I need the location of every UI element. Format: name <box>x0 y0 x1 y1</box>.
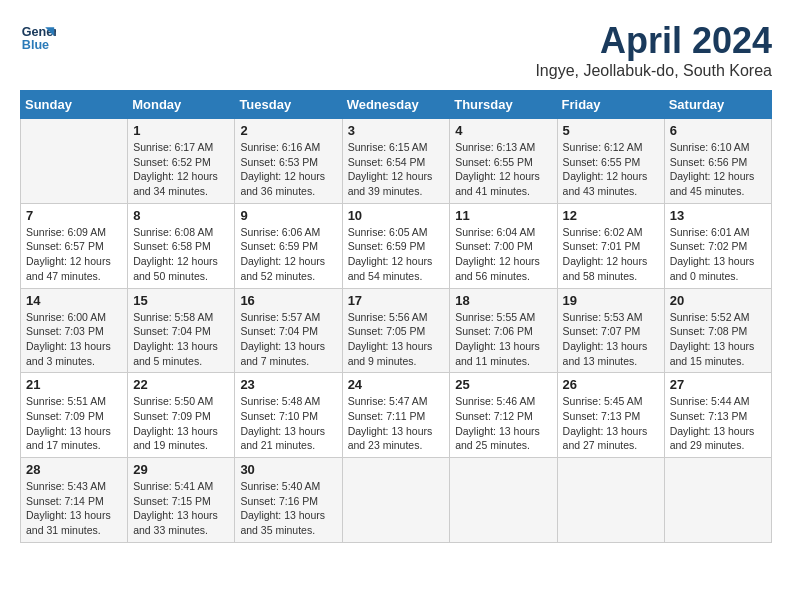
day-number: 19 <box>563 293 659 308</box>
day-number: 23 <box>240 377 336 392</box>
day-info: Sunrise: 5:57 AM Sunset: 7:04 PM Dayligh… <box>240 310 336 369</box>
day-number: 22 <box>133 377 229 392</box>
day-number: 1 <box>133 123 229 138</box>
day-number: 20 <box>670 293 766 308</box>
day-number: 29 <box>133 462 229 477</box>
calendar-cell: 11Sunrise: 6:04 AM Sunset: 7:00 PM Dayli… <box>450 203 557 288</box>
calendar-cell: 3Sunrise: 6:15 AM Sunset: 6:54 PM Daylig… <box>342 119 450 204</box>
calendar-cell: 15Sunrise: 5:58 AM Sunset: 7:04 PM Dayli… <box>128 288 235 373</box>
day-info: Sunrise: 6:15 AM Sunset: 6:54 PM Dayligh… <box>348 140 445 199</box>
day-number: 25 <box>455 377 551 392</box>
day-info: Sunrise: 5:52 AM Sunset: 7:08 PM Dayligh… <box>670 310 766 369</box>
weekday-header-tuesday: Tuesday <box>235 91 342 119</box>
calendar-cell: 18Sunrise: 5:55 AM Sunset: 7:06 PM Dayli… <box>450 288 557 373</box>
header: General Blue April 2024 Ingye, Jeollabuk… <box>20 20 772 80</box>
day-info: Sunrise: 5:41 AM Sunset: 7:15 PM Dayligh… <box>133 479 229 538</box>
day-number: 10 <box>348 208 445 223</box>
logo-icon: General Blue <box>20 20 56 56</box>
day-info: Sunrise: 6:05 AM Sunset: 6:59 PM Dayligh… <box>348 225 445 284</box>
weekday-header-wednesday: Wednesday <box>342 91 450 119</box>
day-info: Sunrise: 5:56 AM Sunset: 7:05 PM Dayligh… <box>348 310 445 369</box>
calendar-cell: 28Sunrise: 5:43 AM Sunset: 7:14 PM Dayli… <box>21 458 128 543</box>
day-number: 7 <box>26 208 122 223</box>
weekday-header-monday: Monday <box>128 91 235 119</box>
day-info: Sunrise: 6:09 AM Sunset: 6:57 PM Dayligh… <box>26 225 122 284</box>
day-number: 6 <box>670 123 766 138</box>
title-section: April 2024 Ingye, Jeollabuk-do, South Ko… <box>535 20 772 80</box>
day-info: Sunrise: 5:53 AM Sunset: 7:07 PM Dayligh… <box>563 310 659 369</box>
day-info: Sunrise: 6:06 AM Sunset: 6:59 PM Dayligh… <box>240 225 336 284</box>
day-info: Sunrise: 5:58 AM Sunset: 7:04 PM Dayligh… <box>133 310 229 369</box>
day-info: Sunrise: 5:48 AM Sunset: 7:10 PM Dayligh… <box>240 394 336 453</box>
day-info: Sunrise: 6:17 AM Sunset: 6:52 PM Dayligh… <box>133 140 229 199</box>
day-number: 15 <box>133 293 229 308</box>
calendar-cell: 19Sunrise: 5:53 AM Sunset: 7:07 PM Dayli… <box>557 288 664 373</box>
subtitle: Ingye, Jeollabuk-do, South Korea <box>535 62 772 80</box>
calendar-cell <box>557 458 664 543</box>
calendar-cell: 8Sunrise: 6:08 AM Sunset: 6:58 PM Daylig… <box>128 203 235 288</box>
day-number: 8 <box>133 208 229 223</box>
weekday-header-friday: Friday <box>557 91 664 119</box>
svg-text:Blue: Blue <box>22 38 49 52</box>
day-number: 16 <box>240 293 336 308</box>
day-info: Sunrise: 6:12 AM Sunset: 6:55 PM Dayligh… <box>563 140 659 199</box>
day-number: 26 <box>563 377 659 392</box>
calendar-cell: 22Sunrise: 5:50 AM Sunset: 7:09 PM Dayli… <box>128 373 235 458</box>
day-info: Sunrise: 6:10 AM Sunset: 6:56 PM Dayligh… <box>670 140 766 199</box>
calendar-cell: 4Sunrise: 6:13 AM Sunset: 6:55 PM Daylig… <box>450 119 557 204</box>
weekday-header-thursday: Thursday <box>450 91 557 119</box>
calendar-table: SundayMondayTuesdayWednesdayThursdayFrid… <box>20 90 772 543</box>
calendar-cell: 1Sunrise: 6:17 AM Sunset: 6:52 PM Daylig… <box>128 119 235 204</box>
calendar-cell: 2Sunrise: 6:16 AM Sunset: 6:53 PM Daylig… <box>235 119 342 204</box>
calendar-cell: 16Sunrise: 5:57 AM Sunset: 7:04 PM Dayli… <box>235 288 342 373</box>
day-info: Sunrise: 5:51 AM Sunset: 7:09 PM Dayligh… <box>26 394 122 453</box>
day-info: Sunrise: 5:50 AM Sunset: 7:09 PM Dayligh… <box>133 394 229 453</box>
calendar-cell: 24Sunrise: 5:47 AM Sunset: 7:11 PM Dayli… <box>342 373 450 458</box>
main-title: April 2024 <box>535 20 772 62</box>
calendar-cell: 14Sunrise: 6:00 AM Sunset: 7:03 PM Dayli… <box>21 288 128 373</box>
day-info: Sunrise: 5:44 AM Sunset: 7:13 PM Dayligh… <box>670 394 766 453</box>
calendar-cell: 6Sunrise: 6:10 AM Sunset: 6:56 PM Daylig… <box>664 119 771 204</box>
day-number: 30 <box>240 462 336 477</box>
day-number: 3 <box>348 123 445 138</box>
day-number: 5 <box>563 123 659 138</box>
calendar-cell: 5Sunrise: 6:12 AM Sunset: 6:55 PM Daylig… <box>557 119 664 204</box>
calendar-cell <box>664 458 771 543</box>
day-number: 9 <box>240 208 336 223</box>
day-info: Sunrise: 6:04 AM Sunset: 7:00 PM Dayligh… <box>455 225 551 284</box>
day-info: Sunrise: 5:45 AM Sunset: 7:13 PM Dayligh… <box>563 394 659 453</box>
calendar-cell: 20Sunrise: 5:52 AM Sunset: 7:08 PM Dayli… <box>664 288 771 373</box>
calendar-cell: 29Sunrise: 5:41 AM Sunset: 7:15 PM Dayli… <box>128 458 235 543</box>
day-info: Sunrise: 5:46 AM Sunset: 7:12 PM Dayligh… <box>455 394 551 453</box>
calendar-cell: 25Sunrise: 5:46 AM Sunset: 7:12 PM Dayli… <box>450 373 557 458</box>
day-number: 12 <box>563 208 659 223</box>
calendar-cell: 7Sunrise: 6:09 AM Sunset: 6:57 PM Daylig… <box>21 203 128 288</box>
calendar-cell: 27Sunrise: 5:44 AM Sunset: 7:13 PM Dayli… <box>664 373 771 458</box>
calendar-cell <box>21 119 128 204</box>
weekday-header-sunday: Sunday <box>21 91 128 119</box>
calendar-cell: 12Sunrise: 6:02 AM Sunset: 7:01 PM Dayli… <box>557 203 664 288</box>
day-info: Sunrise: 6:02 AM Sunset: 7:01 PM Dayligh… <box>563 225 659 284</box>
day-number: 2 <box>240 123 336 138</box>
day-info: Sunrise: 6:13 AM Sunset: 6:55 PM Dayligh… <box>455 140 551 199</box>
calendar-cell: 26Sunrise: 5:45 AM Sunset: 7:13 PM Dayli… <box>557 373 664 458</box>
day-number: 17 <box>348 293 445 308</box>
weekday-header-saturday: Saturday <box>664 91 771 119</box>
calendar-cell: 9Sunrise: 6:06 AM Sunset: 6:59 PM Daylig… <box>235 203 342 288</box>
day-number: 11 <box>455 208 551 223</box>
calendar-cell: 23Sunrise: 5:48 AM Sunset: 7:10 PM Dayli… <box>235 373 342 458</box>
day-number: 14 <box>26 293 122 308</box>
logo: General Blue <box>20 20 56 56</box>
calendar-cell: 10Sunrise: 6:05 AM Sunset: 6:59 PM Dayli… <box>342 203 450 288</box>
day-info: Sunrise: 5:55 AM Sunset: 7:06 PM Dayligh… <box>455 310 551 369</box>
day-info: Sunrise: 6:08 AM Sunset: 6:58 PM Dayligh… <box>133 225 229 284</box>
calendar-cell <box>450 458 557 543</box>
calendar-cell: 13Sunrise: 6:01 AM Sunset: 7:02 PM Dayli… <box>664 203 771 288</box>
calendar-cell <box>342 458 450 543</box>
day-number: 27 <box>670 377 766 392</box>
day-info: Sunrise: 6:00 AM Sunset: 7:03 PM Dayligh… <box>26 310 122 369</box>
day-info: Sunrise: 5:40 AM Sunset: 7:16 PM Dayligh… <box>240 479 336 538</box>
day-number: 13 <box>670 208 766 223</box>
day-info: Sunrise: 6:01 AM Sunset: 7:02 PM Dayligh… <box>670 225 766 284</box>
calendar-cell: 17Sunrise: 5:56 AM Sunset: 7:05 PM Dayli… <box>342 288 450 373</box>
